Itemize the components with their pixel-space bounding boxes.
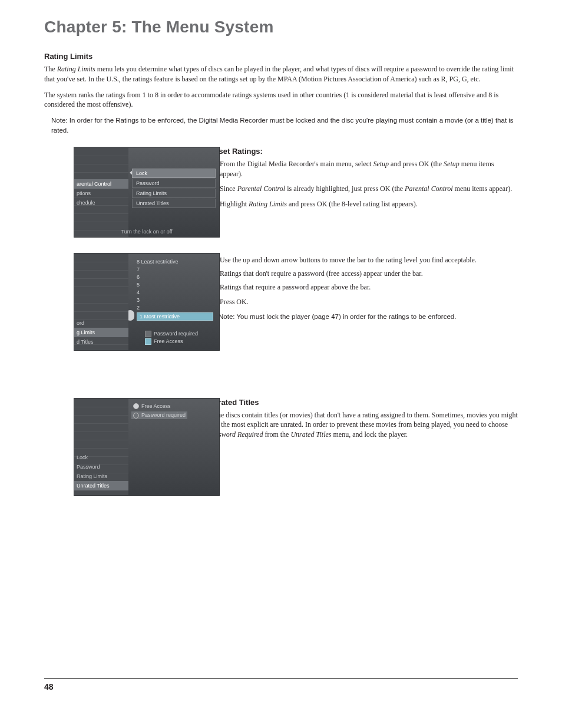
menu-item: chedule: [74, 198, 128, 207]
level: 6: [137, 274, 213, 281]
rating-limits-note: Note: In order for the Ratings to be enf…: [51, 116, 518, 136]
menu-item: Lock: [74, 453, 128, 462]
text: and press OK (the 8-level rating list ap…: [287, 200, 418, 208]
screenshot-rating-levels: atings may om disc to disc 8 Least restr…: [74, 253, 220, 351]
submenu-rating-limits: Rating Limits: [132, 189, 216, 198]
screenshot-parental-control-menu: arental Control ptions chedule Off Lock …: [74, 147, 220, 238]
chapter-title: Chapter 5: The Menu System: [44, 18, 518, 37]
menu-item: Unrated Titles: [74, 481, 128, 490]
level: 7: [137, 266, 213, 274]
italic: Rating Limits: [57, 65, 95, 73]
unrated-titles-heading: Unrated Titles: [208, 398, 518, 407]
italic: Parental Control: [405, 185, 452, 193]
text: menu, and lock the player.: [331, 430, 408, 439]
rating-limits-para2: The system ranks the ratings from 1 to 8…: [44, 90, 518, 110]
unrated-titles-para: Some discs contain titles (or movies) th…: [208, 410, 518, 440]
screenshot-caption: Turn the lock on or off: [74, 229, 219, 235]
text: Highlight: [220, 200, 249, 208]
italic: Parental Control: [237, 185, 285, 193]
text: Use the up and down arrow buttons to mov…: [220, 256, 477, 264]
level: 5: [137, 281, 213, 289]
text: Password required: [141, 412, 186, 418]
to-set-ratings-heading: To set Ratings:: [208, 147, 518, 156]
swatch-icon: [145, 331, 151, 337]
text: is already highlighted, just press OK (t…: [285, 185, 405, 193]
menu-item: g Limits: [74, 328, 128, 337]
step-4-sub1: Ratings that don't require a password (f…: [220, 269, 518, 279]
text: The: [44, 65, 57, 73]
page-footer: 48: [44, 678, 518, 692]
screenshot-unrated-titles: Free Access Password required Lock Passw…: [74, 398, 220, 496]
menu-item: ord: [74, 318, 128, 328]
italic: Unrated Titles: [290, 430, 331, 439]
text: Free Access: [154, 338, 183, 344]
text: menu items appear).: [453, 185, 513, 193]
submenu-unrated-titles: Unrated Titles: [132, 199, 216, 208]
radio-unselected-icon: [133, 413, 139, 419]
rating-limits-para1: The Rating Limits menu lets you determin…: [44, 64, 518, 84]
text: Some discs contain titles (or movies) th…: [208, 411, 518, 429]
level-1-bar: 1 Most restrictive: [137, 312, 213, 321]
level: 2: [137, 304, 213, 312]
text: menu lets you determine what types of di…: [44, 65, 514, 83]
option-free-access: Free Access: [133, 403, 187, 410]
swatch-icon: [145, 338, 151, 345]
legend-free-access: Free Access: [145, 338, 198, 345]
step-2: Since Parental Control is already highli…: [220, 184, 518, 194]
level-8: 8 Least restrictive: [137, 258, 213, 266]
step-3: Highlight Rating Limits and press OK (th…: [220, 199, 518, 209]
radio-selected-icon: [133, 403, 139, 409]
submenu-lock: Lock: [132, 169, 216, 178]
step-5-note: Note: You must lock the player (page 47)…: [219, 312, 518, 322]
menu-item: d Titles: [74, 337, 128, 347]
text: Since: [220, 185, 237, 193]
menu-item: Rating Limits: [74, 472, 128, 481]
level: 3: [137, 297, 213, 304]
italic: Setup: [373, 160, 389, 168]
step-4-sub2: Ratings that require a password appear a…: [220, 282, 518, 292]
submenu-password: Password: [132, 179, 216, 188]
text: Free Access: [141, 403, 171, 409]
level: 4: [137, 289, 213, 297]
step-4: Use the up and down arrow buttons to mov…: [220, 255, 518, 292]
rating-limits-heading: Rating Limits: [44, 52, 518, 61]
text: From the Digital Media Recorder's main m…: [220, 160, 373, 168]
menu-item: Password: [74, 462, 128, 472]
text: Password required: [154, 331, 198, 337]
page-number: 48: [44, 682, 54, 691]
step-5: Press OK.: [220, 297, 518, 307]
text: from the: [263, 430, 290, 439]
option-password-required: Password required: [131, 411, 187, 419]
menu-item: ptions: [74, 189, 128, 198]
legend-password-required: Password required: [145, 330, 198, 338]
step-1: From the Digital Media Recorder's main m…: [220, 159, 518, 180]
text: and press OK (the: [389, 160, 444, 168]
italic: Setup: [444, 160, 459, 168]
menu-item: arental Control: [74, 179, 128, 189]
italic: Rating Limits: [249, 200, 287, 208]
